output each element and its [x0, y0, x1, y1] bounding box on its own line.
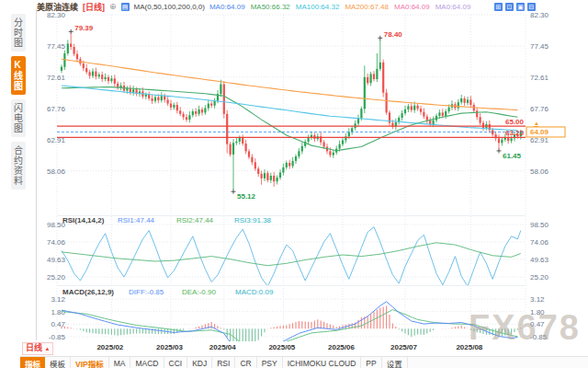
svg-text:RSI(14,14,2): RSI(14,14,2): [62, 216, 105, 224]
period-tag: [日线]: [83, 1, 105, 13]
chart-type-icon[interactable]: ▤: [121, 3, 130, 11]
svg-text:72.61: 72.61: [47, 74, 66, 82]
toolbar-item-PSY[interactable]: PSY: [257, 357, 283, 368]
indicator-toolbar: 指标模板VIP指标MAMACDCCIKDJRSICRPSYICHIMOKU CL…: [20, 356, 588, 368]
svg-text:79.39: 79.39: [74, 24, 94, 32]
toolbar-item-PP[interactable]: PP: [361, 357, 381, 368]
add-indicator-icon[interactable]: ⊕: [109, 3, 117, 11]
period-selector[interactable]: 日线 ▲: [22, 342, 53, 355]
date-tick-label: 2025/07: [390, 343, 417, 351]
svg-text:65.00: 65.00: [505, 118, 525, 126]
svg-text:MACD(26,12,9): MACD(26,12,9): [62, 288, 114, 296]
symbol-title: 美原油连续: [37, 1, 78, 13]
toolbar-item-设置[interactable]: 设置: [382, 357, 408, 368]
sidebar-item-闪电图[interactable]: 闪电图: [11, 99, 26, 137]
ma-legend-item: MA100:64.32: [296, 3, 340, 11]
main-price-panel: 82.3082.3077.4577.4572.6172.6167.7667.76…: [47, 13, 549, 176]
svg-text:0.47: 0.47: [51, 320, 65, 328]
svg-text:3.12: 3.12: [51, 295, 65, 304]
svg-text:67.76: 67.76: [47, 105, 66, 113]
toolbar-item-RSI[interactable]: RSI: [212, 357, 235, 368]
date-tick-label: 2025/08: [456, 343, 482, 351]
svg-text:25.20: 25.20: [47, 273, 66, 282]
ma-line-MA50: [62, 87, 517, 151]
svg-text:58.06: 58.06: [530, 167, 549, 176]
ma-legend-item: MA0:64.09: [394, 3, 430, 11]
svg-text:DIFF:-0.85: DIFF:-0.85: [129, 288, 164, 296]
svg-text:▲: ▲: [534, 121, 539, 126]
ma-line-MA200: [62, 59, 517, 109]
svg-text:-0.85: -0.85: [49, 333, 66, 341]
svg-text:82.30: 82.30: [47, 13, 66, 19]
svg-text:-0.85: -0.85: [530, 333, 548, 341]
toolbar-item-指标[interactable]: 指标: [20, 357, 45, 368]
svg-text:82.30: 82.30: [530, 13, 549, 19]
svg-text:1.80: 1.80: [530, 308, 545, 316]
toolbar-item-VIP指标[interactable]: VIP指标: [71, 357, 109, 368]
svg-text:RSI3:91.38: RSI3:91.38: [234, 216, 272, 224]
ma-legend-item: MA0:64.09: [209, 3, 245, 11]
window-layout-icons: ⊞⊡▣⊟: [494, 3, 588, 11]
svg-text:DEA:-0.90: DEA:-0.90: [182, 288, 216, 296]
toolbar-item-MA[interactable]: MA: [109, 357, 131, 368]
active-pane-icon[interactable]: ▣: [516, 3, 525, 11]
svg-text:61.45: 61.45: [503, 152, 522, 160]
period-arrow-icon: ▲: [45, 346, 51, 351]
svg-text:0.47: 0.47: [530, 320, 545, 328]
svg-text:RSI1:47.44: RSI1:47.44: [118, 216, 155, 224]
date-axis: 日线 ▲ 2025/022025/032025/042025/052025/06…: [0, 341, 588, 355]
chart-svg: 82.3082.3077.4577.4572.6172.6167.7667.76…: [37, 13, 588, 342]
period-label: 日线: [26, 343, 42, 352]
chart-canvas[interactable]: 82.3082.3077.4577.4572.6172.6167.7667.76…: [37, 13, 588, 342]
svg-text:3.12: 3.12: [530, 295, 545, 304]
ma-legend-item: MA0:64.09: [435, 3, 471, 11]
svg-text:78.40: 78.40: [384, 30, 403, 39]
svg-text:58.06: 58.06: [47, 167, 66, 176]
svg-text:98.50: 98.50: [47, 221, 66, 229]
toolbar-item-ICHIMOKU CLOUD[interactable]: ICHIMOKU CLOUD: [283, 357, 362, 368]
single-pane-icon[interactable]: ⊡: [505, 3, 514, 11]
date-tick-label: 2025/02: [96, 343, 123, 351]
svg-text:72.61: 72.61: [530, 74, 549, 82]
svg-text:MACD:0.09: MACD:0.09: [235, 288, 274, 296]
price-annotations: 79.3978.4055.1261.45: [69, 24, 522, 201]
svg-text:74.06: 74.06: [47, 238, 66, 247]
svg-text:RSI2:47.44: RSI2:47.44: [176, 216, 214, 224]
svg-text:77.45: 77.45: [47, 42, 66, 51]
svg-text:49.63: 49.63: [530, 256, 549, 264]
ma-setting-label[interactable]: MA(0,50,100,200,0,0): [134, 3, 205, 11]
svg-text:64.09: 64.09: [530, 128, 549, 136]
sidebar-item-合约资料[interactable]: 合约资料: [11, 142, 26, 190]
macd-lines: [62, 302, 517, 342]
gridlines: [57, 15, 526, 340]
split-pane-icon[interactable]: ⊟: [527, 3, 536, 11]
grid-layout-icon[interactable]: ⊞: [494, 3, 503, 11]
svg-text:67.76: 67.76: [530, 105, 549, 113]
rsi-fast-line: [62, 227, 521, 287]
date-tick-label: 2025/04: [209, 343, 236, 351]
svg-text:55.12: 55.12: [237, 192, 256, 201]
sidebar-item-分时图[interactable]: 分时图: [11, 14, 26, 52]
svg-text:77.45: 77.45: [530, 42, 549, 51]
svg-text:74.06: 74.06: [530, 238, 549, 247]
ma-legend-item: MA200:67.48: [345, 3, 389, 11]
sidebar-item-K线图[interactable]: K线图: [11, 56, 26, 95]
rsi-slow-line: [62, 243, 521, 266]
toolbar-item-CCI[interactable]: CCI: [164, 357, 188, 368]
chart-header: 美原油连续 [日线] ⊕ ▤ MA(0,50,100,200,0,0) MA0:…: [37, 0, 588, 13]
toolbar-item-KDJ[interactable]: KDJ: [187, 357, 212, 368]
ma-legend-item: MA50:66.32: [251, 3, 290, 11]
svg-text:25.20: 25.20: [530, 273, 549, 282]
svg-text:49.63: 49.63: [47, 256, 66, 264]
toolbar-item-MACD[interactable]: MACD: [130, 357, 164, 368]
candlestick-layer: [61, 33, 522, 190]
svg-text:63.25: 63.25: [505, 129, 525, 137]
toolbar-item-模板[interactable]: 模板: [45, 357, 71, 368]
ma-legend: MA0:64.09MA50:66.32MA100:64.32MA200:67.4…: [209, 3, 470, 11]
svg-text:98.50: 98.50: [530, 221, 549, 229]
toolbar-item-CR[interactable]: CR: [235, 357, 256, 368]
macd-panel: MACD(26,12,9)DIFF:-0.85DEA:-0.90MACD:0.0…: [49, 288, 548, 341]
left-sidebar: 分时图K线图闪电图合约资料: [0, 9, 37, 340]
rsi-panel: RSI(14,14,2)RSI1:47.44RSI2:47.44RSI3:91.…: [47, 216, 549, 282]
diff-line: [62, 302, 517, 342]
